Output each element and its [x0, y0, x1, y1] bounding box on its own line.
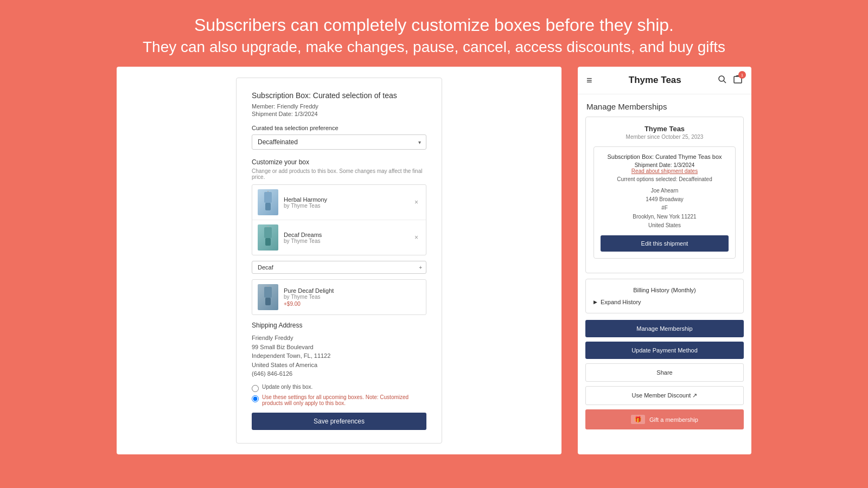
- shipment-box-title: Subscription Box: Curated Thyme Teas box: [601, 153, 729, 160]
- shipping-address: Friendly Freddy 99 Small Biz Boulevard I…: [252, 333, 426, 378]
- product-remove-1[interactable]: ×: [412, 197, 420, 207]
- update-payment-button[interactable]: Update Payment Method: [585, 342, 744, 359]
- decaf-select[interactable]: Decaf Regular: [252, 261, 426, 274]
- save-preferences-button[interactable]: Save preferences: [252, 413, 426, 430]
- right-panel: ≡ Thyme Teas 1 Manage M: [578, 67, 751, 454]
- product-details-2: Decaf Dreams by Thyme Teas: [284, 232, 412, 244]
- svg-rect-3: [264, 227, 272, 238]
- header-text-block: Subscribers can completely customize box…: [0, 0, 868, 67]
- hamburger-icon[interactable]: ≡: [586, 75, 592, 86]
- form-title: Subscription Box: Curated selection of t…: [252, 91, 426, 100]
- product-details-3: Pure Decaf Delight by Thyme Teas +$9.00: [284, 287, 420, 307]
- product-image-3: [258, 284, 278, 310]
- preference-select-wrapper: Decaffeinated Caffeinated Mixed ▾: [252, 134, 426, 150]
- address-name: Joe Ahearn: [651, 188, 679, 194]
- left-panel: Subscription Box: Curated selection of t…: [117, 67, 561, 454]
- radio-item-2: Use these settings for all upcoming boxe…: [252, 394, 426, 406]
- search-icon[interactable]: [718, 75, 726, 86]
- product-item: Decaf Dreams by Thyme Teas ×: [252, 220, 426, 255]
- svg-point-9: [719, 76, 724, 81]
- address-line1: 1449 Broadway: [646, 196, 684, 202]
- expand-history-label: Expand History: [601, 299, 641, 305]
- address-line3: Brooklyn, New York 11221: [633, 214, 696, 220]
- current-options: Current options selected: Decaffeinated: [601, 176, 729, 182]
- store-name: Thyme Teas: [593, 125, 736, 133]
- radio-item-1: Update only this box.: [252, 384, 426, 392]
- products-box: Herbal Harmony by Thyme Teas ×: [252, 184, 426, 255]
- read-about-link[interactable]: Read about shipment dates: [601, 168, 729, 174]
- action-buttons: Manage Membership Update Payment Method …: [578, 320, 751, 409]
- radio-label-1: Update only this box.: [262, 384, 312, 390]
- address-block: Joe Ahearn 1449 Broadway #F Brooklyn, Ne…: [601, 187, 729, 230]
- member-discount-button[interactable]: Use Member Discount ↗: [585, 386, 744, 405]
- product-item: Herbal Harmony by Thyme Teas ×: [252, 185, 426, 220]
- gift-membership-button[interactable]: 🎁 Gift a membership: [585, 409, 744, 429]
- customize-section: Customize your box Change or add product…: [252, 158, 426, 315]
- product-name-3: Pure Decaf Delight: [284, 287, 420, 294]
- product-image-2: [258, 224, 278, 251]
- shipping-section: Shipping Address Friendly Freddy 99 Smal…: [252, 322, 426, 430]
- preference-select[interactable]: Decaffeinated Caffeinated Mixed: [252, 134, 426, 150]
- billing-title: Billing History (Monthly): [593, 287, 736, 293]
- additional-products-box: Pure Decaf Delight by Thyme Teas +$9.00: [252, 279, 426, 315]
- customize-note: Change or add products to this box. Some…: [252, 168, 426, 180]
- svg-rect-0: [264, 192, 272, 203]
- svg-rect-6: [264, 287, 272, 298]
- radio-group: Update only this box. Use these settings…: [252, 384, 426, 406]
- shipment-detail-box: Subscription Box: Curated Thyme Teas box…: [593, 146, 736, 259]
- mobile-header: ≡ Thyme Teas 1: [578, 67, 751, 94]
- billing-card: Billing History (Monthly) ▶ Expand Histo…: [585, 279, 744, 313]
- edit-shipment-button[interactable]: Edit this shipment: [601, 235, 729, 252]
- subscription-card: Thyme Teas Member since October 25, 2023…: [585, 117, 744, 273]
- radio-all-boxes[interactable]: [252, 395, 259, 402]
- product-item: Pure Decaf Delight by Thyme Teas +$9.00: [252, 280, 426, 314]
- product-brand-2: by Thyme Teas: [284, 238, 412, 244]
- app-title: Thyme Teas: [629, 75, 681, 86]
- customize-title: Customize your box: [252, 158, 426, 166]
- expand-history-button[interactable]: ▶ Expand History: [593, 299, 736, 305]
- product-price-3: +$9.00: [284, 301, 420, 307]
- svg-line-10: [724, 81, 726, 83]
- product-details-1: Herbal Harmony by Thyme Teas: [284, 196, 412, 209]
- svg-rect-4: [265, 238, 271, 246]
- shipment-date: Shipment Date: 1/3/2024: [252, 111, 426, 117]
- preference-label: Curated tea selection preference: [252, 125, 426, 131]
- address-line2: #F: [661, 205, 668, 211]
- product-brand-1: by Thyme Teas: [284, 203, 412, 209]
- product-name-1: Herbal Harmony: [284, 196, 412, 203]
- svg-rect-1: [265, 203, 271, 210]
- radio-this-box[interactable]: [252, 385, 259, 392]
- gift-label: Gift a membership: [649, 416, 698, 423]
- header-line2: They can also upgrade, make changes, pau…: [43, 38, 825, 56]
- member-label: Member: Friendly Freddy: [252, 103, 426, 110]
- manage-memberships-title: Manage Memberships: [578, 94, 751, 117]
- share-button[interactable]: Share: [585, 363, 744, 382]
- gift-icon: 🎁: [631, 415, 645, 424]
- shipping-title: Shipping Address: [252, 322, 426, 329]
- product-remove-2[interactable]: ×: [412, 233, 420, 242]
- cart-icon[interactable]: 1: [733, 74, 743, 86]
- radio-label-2: Use these settings for all upcoming boxe…: [262, 394, 426, 406]
- svg-rect-7: [265, 298, 271, 305]
- panels-container: Subscription Box: Curated selection of t…: [0, 67, 868, 454]
- product-image-1: [258, 189, 278, 215]
- expand-chevron-icon: ▶: [593, 299, 597, 305]
- product-name-2: Decaf Dreams: [284, 232, 412, 238]
- header-icons: 1: [718, 74, 743, 86]
- member-since: Member since October 25, 2023: [593, 134, 736, 140]
- header-line1: Subscribers can completely customize box…: [43, 15, 825, 35]
- decaf-select-wrapper: Decaf Regular +: [252, 261, 426, 274]
- cart-badge: 1: [738, 71, 746, 79]
- subscription-form: Subscription Box: Curated selection of t…: [236, 78, 442, 444]
- product-brand-3: by Thyme Teas: [284, 294, 420, 300]
- manage-membership-button[interactable]: Manage Membership: [585, 320, 744, 337]
- shipment-box-date: Shipment Date: 1/3/2024: [601, 162, 729, 168]
- address-line4: United States: [648, 222, 681, 228]
